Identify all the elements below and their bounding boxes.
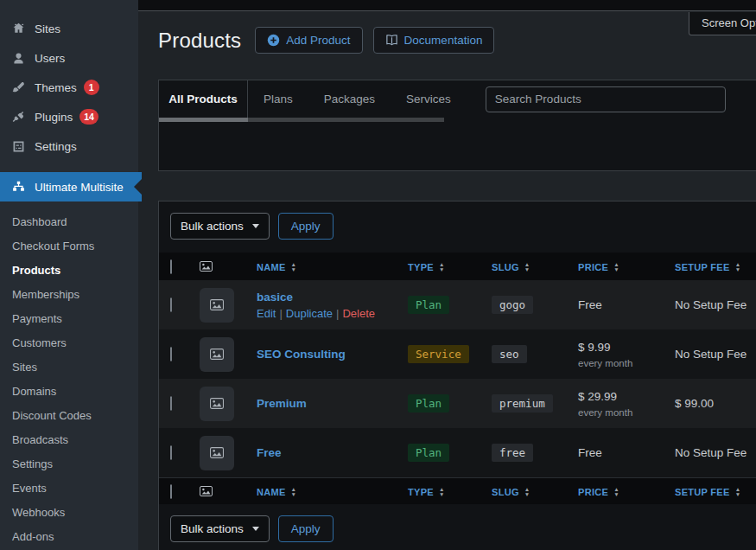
- edit-link[interactable]: Edit: [257, 307, 276, 320]
- column-header-setup-fee[interactable]: SETUP FEE▲▼: [675, 487, 740, 497]
- submenu-item-dashboard[interactable]: Dashboard: [0, 210, 138, 234]
- tab-packages[interactable]: Packages: [308, 80, 391, 118]
- column-header-slug[interactable]: SLUG▲▼: [492, 262, 530, 272]
- add-product-button[interactable]: Add Product: [255, 27, 362, 54]
- tab-underline: [159, 118, 756, 122]
- price-value: $ 9.99: [578, 341, 663, 354]
- slug-badge: premium: [492, 394, 553, 412]
- submenu-item-addons[interactable]: Add-ons: [0, 525, 138, 549]
- sort-icon: ▲▼: [524, 262, 530, 272]
- column-header-setup-fee[interactable]: SETUP FEE▲▼: [675, 262, 740, 272]
- sidebar-item-settings[interactable]: Settings: [0, 131, 138, 161]
- bulk-actions-bottom: Bulk actions Apply: [170, 515, 756, 542]
- submenu-item-customers[interactable]: Customers: [0, 331, 138, 355]
- row-checkbox[interactable]: [170, 297, 172, 312]
- column-header-name[interactable]: NAME▲▼: [257, 487, 296, 497]
- bulk-actions-top: Bulk actions Apply: [170, 213, 756, 240]
- users-icon: [10, 50, 27, 67]
- page-header: Products Add Product Documentation: [138, 12, 756, 54]
- sidebar-item-users[interactable]: Users: [0, 43, 138, 73]
- sort-icon: ▲▼: [439, 262, 445, 272]
- select-all-checkbox[interactable]: [170, 259, 172, 274]
- apply-button[interactable]: Apply: [278, 213, 334, 240]
- column-header-type[interactable]: TYPE▲▼: [408, 487, 445, 497]
- admin-sidebar: Sites Users Themes 1 Plugins 14: [0, 0, 138, 550]
- row-checkbox[interactable]: [170, 347, 172, 361]
- row-checkbox[interactable]: [170, 445, 172, 460]
- submenu-item-products[interactable]: Products: [0, 259, 138, 283]
- sites-icon: [10, 21, 27, 37]
- submenu-item-webhooks[interactable]: Webhooks: [0, 501, 138, 525]
- sidebar-item-label: Users: [35, 52, 65, 65]
- sort-icon: ▲▼: [613, 262, 619, 272]
- product-thumbnail[interactable]: [200, 288, 234, 323]
- sort-icon: ▲▼: [291, 262, 297, 272]
- submenu-item-domains[interactable]: Domains: [0, 380, 138, 404]
- type-badge: Plan: [408, 296, 449, 314]
- search-input[interactable]: [486, 86, 726, 112]
- price-value: $ 29.99: [578, 390, 663, 403]
- sidebar-item-sites[interactable]: Sites: [0, 14, 138, 43]
- sort-icon: ▲▼: [735, 487, 741, 497]
- duplicate-link[interactable]: Duplicate: [286, 307, 333, 320]
- submenu-item-memberships[interactable]: Memberships: [0, 283, 138, 307]
- table-row: SEO Consulting Service seo $ 9.99every m…: [159, 329, 756, 379]
- product-thumbnail[interactable]: [200, 436, 234, 470]
- sort-icon: ▲▼: [291, 487, 297, 497]
- submenu-item-sites[interactable]: Sites: [0, 355, 138, 380]
- type-badge: Service: [408, 345, 469, 363]
- submenu-item-settings[interactable]: Settings: [0, 452, 138, 476]
- setup-fee-value: No Setup Fee: [663, 446, 756, 459]
- row-checkbox[interactable]: [170, 396, 172, 411]
- image-column-icon: [200, 261, 245, 272]
- bulk-actions-select[interactable]: Bulk actions: [170, 515, 270, 542]
- delete-link[interactable]: Delete: [342, 307, 375, 320]
- sidebar-item-label: Settings: [35, 140, 77, 153]
- plus-circle-icon: [267, 34, 280, 47]
- column-header-slug[interactable]: SLUG▲▼: [492, 487, 530, 497]
- page-title: Products: [158, 29, 241, 53]
- themes-icon: [10, 80, 27, 96]
- product-name-link[interactable]: SEO Consulting: [257, 348, 396, 361]
- sidebar-item-ultimate-multisite[interactable]: Ultimate Multisite: [0, 172, 142, 201]
- table-row: Free Plan free Free No Setup Fee: [159, 428, 756, 477]
- product-name-link[interactable]: Free: [257, 446, 396, 459]
- product-thumbnail[interactable]: [200, 387, 234, 421]
- sidebar-item-label: Plugins: [35, 111, 73, 124]
- price-note: every month: [578, 407, 663, 418]
- price-value: Free: [578, 446, 663, 459]
- product-thumbnail[interactable]: [200, 337, 234, 372]
- setup-fee-value: $ 99.00: [663, 397, 756, 410]
- setup-fee-value: No Setup Fee: [663, 348, 756, 361]
- select-all-checkbox[interactable]: [170, 484, 172, 499]
- product-name-link[interactable]: Premium: [257, 397, 396, 410]
- sidebar-item-plugins[interactable]: Plugins 14: [0, 102, 138, 131]
- column-header-price[interactable]: PRICE▲▼: [578, 262, 619, 272]
- submenu-item-discount-codes[interactable]: Discount Codes: [0, 404, 138, 428]
- column-header-type[interactable]: TYPE▲▼: [408, 262, 445, 272]
- screen-options-tab[interactable]: Screen Options: [689, 12, 756, 35]
- apply-button[interactable]: Apply: [278, 515, 334, 542]
- submenu-item-payments[interactable]: Payments: [0, 307, 138, 331]
- tab-plans[interactable]: Plans: [248, 80, 308, 118]
- slug-badge: seo: [492, 345, 527, 363]
- sort-icon: ▲▼: [613, 487, 619, 497]
- bulk-actions-select[interactable]: Bulk actions: [170, 213, 270, 240]
- multisite-submenu: Dashboard Checkout Forms Products Member…: [0, 201, 138, 550]
- sidebar-item-label: Sites: [35, 22, 60, 35]
- plugins-icon: [10, 109, 27, 125]
- sidebar-item-label: Themes: [35, 81, 77, 94]
- row-actions: Edit|Duplicate|Delete: [257, 307, 396, 320]
- product-name-link[interactable]: basice: [257, 291, 396, 304]
- documentation-button[interactable]: Documentation: [373, 27, 495, 54]
- column-header-name[interactable]: NAME▲▼: [257, 262, 296, 272]
- main-content: Products Add Product Documentation All P…: [138, 12, 756, 550]
- tab-all-products[interactable]: All Products: [159, 80, 248, 118]
- submenu-item-checkout-forms[interactable]: Checkout Forms: [0, 234, 138, 259]
- sidebar-item-themes[interactable]: Themes 1: [0, 73, 138, 102]
- column-header-price[interactable]: PRICE▲▼: [578, 487, 619, 497]
- tab-services[interactable]: Services: [391, 80, 467, 118]
- submenu-item-events[interactable]: Events: [0, 476, 138, 501]
- submenu-item-broadcasts[interactable]: Broadcasts: [0, 428, 138, 452]
- plugins-update-badge: 14: [79, 109, 98, 125]
